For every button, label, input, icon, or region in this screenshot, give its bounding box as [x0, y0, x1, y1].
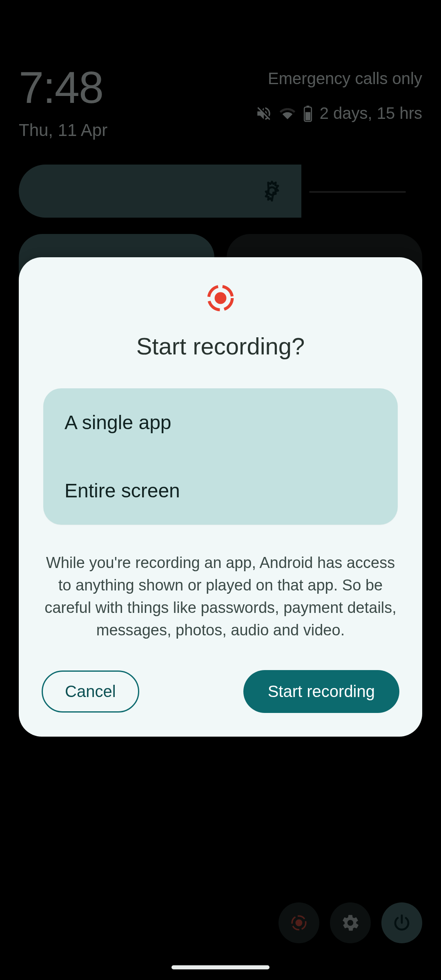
dialog-title: Start recording?	[39, 332, 402, 360]
record-options-group: A single app Entire screen	[43, 388, 398, 525]
option-single-app[interactable]: A single app	[43, 388, 398, 457]
svg-point-5	[215, 292, 227, 304]
dialog-warning-text: While you're recording an app, Android h…	[42, 552, 399, 641]
dialog-actions: Cancel Start recording	[39, 670, 402, 713]
cancel-button[interactable]: Cancel	[42, 670, 139, 713]
record-icon	[39, 283, 402, 313]
start-recording-button[interactable]: Start recording	[243, 670, 399, 713]
navigation-handle[interactable]	[172, 965, 270, 969]
start-recording-dialog: Start recording? A single app Entire scr…	[19, 257, 422, 737]
option-entire-screen[interactable]: Entire screen	[43, 457, 398, 525]
